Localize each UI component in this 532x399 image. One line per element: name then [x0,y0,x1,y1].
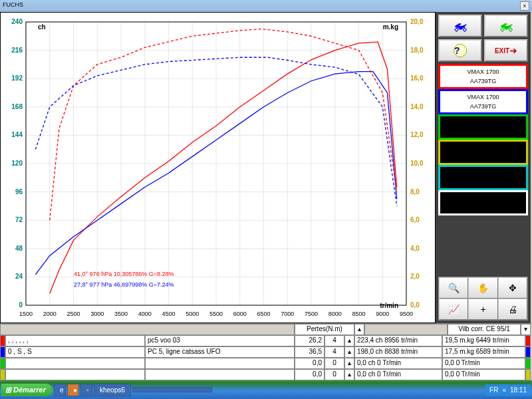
x-axis-label: tr/min [380,302,398,309]
dyno-chart: 1500200025003000350040004500500055006000… [0,12,436,323]
svg-text:7500: 7500 [305,311,318,317]
svg-text:20,0: 20,0 [410,18,424,25]
svg-text:10,0: 10,0 [410,160,424,167]
cell-torque: 19,5 m.kg 6449 tr/min [442,335,525,346]
data-row-1: 0 , S , SPC 5, ligne catsass UFO36,54▴19… [0,346,532,358]
run-slot-0[interactable]: VMAX 1700AA739TG [438,64,528,89]
motorcycle-green-button[interactable]: 🏍 [484,15,528,37]
svg-text:9000: 9000 [376,311,389,317]
svg-text:18,0: 18,0 [410,47,424,54]
cell-pertes[interactable]: 26,2 [295,335,325,346]
cell-name[interactable]: , , , , , , [5,335,145,346]
data-row-2: 0,00▴0,0 ch 0 Tr/min0,0 0 Tr/min [0,358,532,369]
correction-select[interactable]: Vilb corr. CE 95/1 [448,324,521,335]
cell-desc[interactable]: PC 5, ligne catsass UFO [145,346,295,358]
pan-tool[interactable]: ✋ [468,277,497,299]
tool-palette: 🔍 ✋ ✥ 📈 + 🖨 [438,277,528,321]
row-color-r [525,346,531,358]
cell-up[interactable]: ▴ [344,335,354,346]
cell-pertes[interactable]: 0,0 [295,358,325,369]
svg-text:2000: 2000 [43,311,57,317]
run-slot-2[interactable] [438,114,528,140]
svg-text:240: 240 [11,18,23,25]
svg-text:6500: 6500 [257,311,270,317]
lang-indicator[interactable]: FR [489,386,498,394]
run-slot-1[interactable]: VMAX 1700AA739TG [438,89,528,114]
cell-up[interactable]: ▴ [344,346,354,358]
quicklaunch-firefox[interactable]: ● [67,384,79,396]
right-axis-label: m.kg [383,23,398,31]
svg-text:168: 168 [11,103,23,110]
row-color-r [525,335,531,346]
row-color-r [525,358,531,369]
task-app[interactable] [132,387,212,392]
zoom-tool[interactable]: 🔍 [439,277,468,299]
svg-text:0: 0 [19,301,23,309]
cell-power: 198,0 ch 8838 tr/min [354,346,442,358]
sidebar: 🏍 🏍 ? EXIT➜ VMAX 1700AA739TGVMAX 1700AA7… [436,12,531,323]
cell-name[interactable]: 0 , S , S [5,346,145,358]
svg-text:14,0: 14,0 [410,103,424,110]
cell-desc[interactable] [145,369,295,380]
taskbar: ⊞ Démarrer e ● ▫ kheops6 FR « 18:11 [0,380,532,399]
run-slot-4[interactable] [438,165,528,190]
svg-text:216: 216 [11,47,23,54]
tray-icon[interactable]: « [502,386,506,394]
help-button[interactable]: ? [438,39,482,62]
pertes-up[interactable]: ▴ [354,324,364,335]
cell-up[interactable]: ▴ [344,369,354,380]
print-tool[interactable]: 🖨 [498,299,527,320]
run-slot-5[interactable] [438,190,528,215]
row-color [0,369,5,380]
data-row-0: , , , , , ,pc5 voo 0326,24▴223,4 ch 8956… [0,335,532,346]
motorcycle-icon: 🏍 [453,17,467,35]
svg-text:0,0: 0,0 [410,301,420,309]
chart-svg: 1500200025003000350040004500500055006000… [1,13,436,324]
cell-desc[interactable]: pc5 voo 03 [145,335,295,346]
svg-text:4500: 4500 [162,311,175,317]
svg-text:6000: 6000 [233,311,247,317]
cell-cyl[interactable]: 0 [325,358,344,369]
svg-text:144: 144 [11,131,23,138]
exit-label: EXIT [495,47,509,55]
row-color [0,358,5,369]
run-slot-3[interactable] [438,140,528,165]
window-close-button[interactable]: × [520,1,529,11]
svg-text:6,0: 6,0 [410,216,420,223]
start-button[interactable]: ⊞ Démarrer [1,384,53,396]
cell-cyl[interactable]: 4 [325,335,344,346]
cell-pertes[interactable]: 0,0 [295,369,325,380]
move-tool[interactable]: ✥ [498,277,527,299]
add-tool[interactable]: + [468,299,497,320]
svg-text:3500: 3500 [114,311,128,317]
quicklaunch-desktop[interactable]: ▫ [80,384,92,396]
cell-cyl[interactable]: 0 [325,369,344,380]
quicklaunch-ie[interactable]: e [54,384,66,396]
cell-power: 223,4 ch 8956 tr/min [354,335,442,346]
cell-power: 0,0 ch 0 Tr/min [354,358,442,369]
motorcycle-blue-button[interactable]: 🏍 [438,15,482,37]
svg-text:9500: 9500 [400,311,413,317]
cell-up[interactable]: ▴ [344,358,354,369]
cell-cyl[interactable]: 4 [325,346,344,358]
svg-text:8500: 8500 [352,311,365,317]
svg-text:8,0: 8,0 [410,188,420,196]
svg-text:4000: 4000 [138,311,152,317]
svg-text:8000: 8000 [329,311,342,317]
svg-text:2500: 2500 [66,311,80,317]
correction-dropdown[interactable]: ▾ [521,324,531,335]
svg-text:1500: 1500 [19,311,33,317]
help-icon: ? [454,44,467,57]
svg-text:4,0: 4,0 [410,245,420,252]
cell-pertes[interactable]: 36,5 [295,346,325,358]
exit-button[interactable]: EXIT➜ [484,39,528,62]
cell-name[interactable] [5,369,145,380]
cell-name[interactable] [5,358,145,369]
cell-desc[interactable] [145,358,295,369]
curve-tool[interactable]: 📈 [439,299,468,320]
task-kheops6[interactable]: kheops6 [94,384,131,396]
left-axis-label: ch [38,23,46,31]
svg-text:72: 72 [15,216,23,223]
system-tray[interactable]: FR « 18:11 [485,384,531,396]
row-color [0,346,5,358]
